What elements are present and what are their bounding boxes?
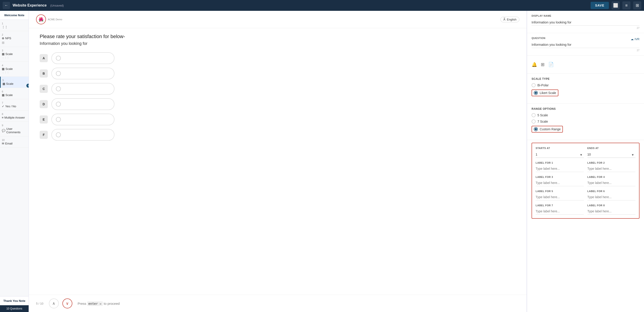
sidebar-item-multiple[interactable]: 8 ≡ Multiple Answer — [0, 110, 28, 122]
cloud-icon: ☁ — [631, 38, 634, 41]
label-for-5-input[interactable] — [536, 194, 584, 200]
label-for-2-title: LABEL FOR 2 — [588, 161, 636, 164]
document-icon[interactable]: 📄 — [548, 62, 554, 67]
sidebar-item-scale-4[interactable]: 4 ▦ Scale ⋮⋮⋮ — [0, 62, 28, 77]
option-pill-a[interactable] — [52, 52, 114, 64]
label-for-3-input[interactable] — [536, 180, 584, 186]
panel-icons: 🔔 ⊞ 📄 — [532, 62, 640, 67]
menu-icon: ≡ — [625, 3, 628, 8]
scale-option-c[interactable]: C — [40, 83, 516, 95]
label-for-1-input[interactable] — [536, 165, 584, 172]
sidebar-thankyou[interactable]: Thank You Note — [0, 296, 28, 305]
language-label: English — [507, 18, 516, 21]
question-input[interactable] — [532, 41, 640, 48]
table-icon[interactable]: ⊞ — [541, 62, 545, 67]
unsaved-label: (Unsaved) — [50, 4, 64, 7]
grid-button[interactable]: ⊞ — [633, 1, 641, 10]
add-item-button[interactable]: + — [26, 84, 29, 88]
ends-at-select[interactable]: 5 7 10 — [588, 151, 636, 158]
survey-subtitle: Information you looking for — [40, 41, 516, 46]
language-selector[interactable]: A̅ English — [500, 17, 520, 22]
scale-options: A B C D — [40, 52, 516, 141]
sidebar-item-nps[interactable]: 2 ⊕ NPS ⊞ — [0, 31, 28, 47]
scale-option-e[interactable]: E — [40, 114, 516, 125]
label-for-8-input[interactable] — [588, 208, 636, 215]
custom-range-option[interactable]: Custom Range — [532, 126, 563, 133]
translate-icon: A̅ — [504, 18, 506, 21]
likert-radio[interactable] — [534, 91, 538, 95]
ivr-link[interactable]: ☁ IVR — [631, 38, 640, 41]
sidebar-item-comments[interactable]: 9 💬 User Comments — [0, 122, 28, 136]
starts-at-select[interactable]: 1 2 3 — [536, 151, 584, 158]
option-label-b: B — [40, 70, 48, 78]
likert-option[interactable]: Likert Scale — [532, 90, 558, 96]
item-num-2: 2 — [2, 33, 3, 36]
bipolar-radio[interactable] — [532, 83, 536, 87]
prev-button[interactable]: ∧ — [49, 298, 59, 308]
panel-icons-section: 🔔 ⊞ 📄 — [527, 56, 644, 74]
option-radio-f — [56, 132, 61, 137]
option-pill-c[interactable] — [52, 83, 114, 95]
label-for-7-input[interactable] — [536, 208, 584, 215]
five-scale-label: 5 Scale — [538, 113, 548, 117]
custom-range-radio[interactable] — [534, 127, 538, 131]
survey-preview: 🌺 ACME Demo A̅ English Please rate your … — [29, 11, 527, 312]
next-button[interactable]: ∨ — [62, 298, 72, 308]
bipolar-option[interactable]: Bi-Polar — [532, 83, 640, 87]
option-pill-f[interactable] — [52, 129, 114, 141]
sidebar-item-yesno[interactable]: 7 ✓ Yes / No — [0, 99, 28, 110]
sidebar-item-email[interactable]: 10 ✉ Email — [0, 136, 28, 148]
scale-option-d[interactable]: D — [40, 98, 516, 110]
starts-at-wrapper: 1 2 3 — [536, 151, 584, 158]
item-label-1: ⋮⋮ — [2, 25, 8, 29]
label-for-1-title: LABEL FOR 1 — [536, 161, 584, 164]
drag-icon-1: ⋮⋮ — [2, 25, 8, 29]
display-name-input[interactable] — [532, 19, 640, 26]
ends-at-label: ENDS AT — [588, 147, 636, 149]
menu-button[interactable]: ≡ — [622, 1, 630, 10]
item-num-7: 7 — [2, 101, 3, 104]
starts-at-label: STARTS AT — [536, 147, 584, 149]
sidebar-item-scale-6[interactable]: 6 ▦ Scale — [0, 88, 28, 99]
label-for-4-input[interactable] — [588, 180, 636, 186]
item-label-multiple: ≡ Multiple Answer — [2, 116, 25, 119]
bell-icon[interactable]: 🔔 — [532, 62, 537, 67]
option-label-a: A — [40, 54, 48, 62]
five-scale-option[interactable]: 5 Scale — [532, 113, 640, 117]
back-icon: ← — [4, 4, 8, 8]
option-radio-c — [56, 86, 61, 91]
sidebar-item-scale-5[interactable]: 5 ▦ Scale + — [0, 77, 28, 88]
save-button[interactable]: SAVE — [590, 2, 609, 9]
option-pill-e[interactable] — [52, 114, 114, 125]
item-num-1: 1 — [2, 22, 3, 25]
sidebar-welcome[interactable]: Welcome Note — [0, 11, 28, 20]
option-pill-b[interactable] — [52, 68, 114, 79]
monitor-button[interactable]: ⬜ — [612, 1, 620, 10]
label-item-6: LABEL FOR 6 — [588, 190, 636, 200]
five-scale-radio[interactable] — [532, 113, 536, 117]
display-name-count: 27 — [532, 27, 640, 29]
multiple-icon: ≡ — [2, 116, 4, 119]
sidebar-item-scale-3[interactable]: 3 ▦ Scale ⋮⋮⋮ — [0, 47, 28, 62]
question-label: QUESTION — [532, 37, 545, 40]
label-for-6-input[interactable] — [588, 194, 636, 200]
item-num-6: 6 — [2, 90, 3, 93]
label-for-2-input[interactable] — [588, 165, 636, 172]
scale-option-a[interactable]: A — [40, 52, 516, 64]
label-for-7-title: LABEL FOR 7 — [536, 204, 584, 207]
back-button[interactable]: ← — [3, 2, 10, 9]
option-pill-d[interactable] — [52, 98, 114, 110]
scale-option-b[interactable]: B — [40, 68, 516, 79]
sidebar-bottom-bar: 10 Questions — [0, 305, 28, 312]
option-label-d: D — [40, 100, 48, 108]
item-label-scale-3: ▦ Scale — [2, 52, 13, 56]
custom-range-label: Custom Range — [540, 127, 561, 131]
seven-scale-radio[interactable] — [532, 120, 536, 124]
sidebar-item-1[interactable]: 1 ⋮⋮ — [0, 20, 28, 31]
seven-scale-option[interactable]: 7 Scale — [532, 120, 640, 124]
label-item-5: LABEL FOR 5 — [536, 190, 584, 200]
range-options-radio-group: 5 Scale 7 Scale Custom Range — [532, 113, 640, 133]
scale-option-f[interactable]: F — [40, 129, 516, 141]
up-icon: ∧ — [52, 301, 55, 306]
range-options-label: RANGE OPTIONS — [532, 107, 640, 110]
